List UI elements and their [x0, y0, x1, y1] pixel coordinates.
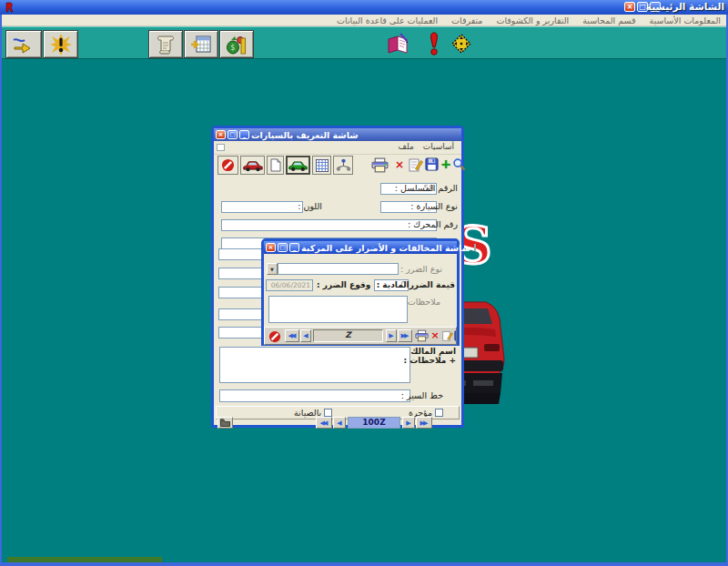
org-tree-icon	[336, 158, 351, 172]
minimize-icon[interactable]: _	[289, 243, 299, 252]
page-icon	[270, 158, 281, 172]
maximize-icon[interactable]: □	[228, 130, 238, 139]
menu-accounting[interactable]: قسم المحاسبة	[582, 15, 635, 25]
nav-last-button[interactable]: ▶▶	[416, 417, 432, 429]
table-arrow-icon	[190, 35, 212, 55]
nav-prev-button[interactable]: ◀	[333, 417, 346, 429]
report-button[interactable]	[148, 30, 183, 58]
no-entry-icon	[221, 158, 235, 172]
edit-button[interactable]	[441, 329, 453, 341]
nav-first-button[interactable]: ◀◀	[285, 329, 299, 342]
damage-window-title: شاشة المخالفات و الأضرار على المركبة	[301, 243, 470, 253]
data-grid-icon	[316, 159, 329, 172]
cars-window-title: شاشة التعريف بالسيارات	[251, 130, 359, 140]
move-diamond-icon	[450, 33, 472, 55]
warning-button[interactable]	[428, 31, 440, 56]
damage-window-titlebar: × □ _ شاشة المخالفات و الأضرار على المرك…	[264, 241, 457, 254]
save-button[interactable]	[424, 157, 439, 171]
main-menubar: المعلومات الأساسية قسم المحاسبة التقارير…	[0, 15, 728, 26]
rented-checkbox[interactable]	[435, 409, 443, 417]
search-button[interactable]	[451, 157, 466, 171]
scroll-icon	[155, 35, 177, 55]
owner-notes-field[interactable]	[219, 347, 410, 383]
delete-button[interactable]: ×	[392, 157, 407, 172]
route-label: خط السير :	[401, 390, 443, 400]
owner-label-line1: اسم المالك	[410, 347, 456, 356]
minimize-icon[interactable]: _	[239, 130, 249, 139]
nav-next-button[interactable]: ▶	[402, 417, 415, 429]
window-icon	[217, 144, 225, 151]
money-chart-icon: $	[226, 35, 248, 55]
damage-cost-label: قيمة الضررالمادية :	[377, 280, 455, 289]
window-border-bottom	[0, 562, 728, 566]
menu-file[interactable]: ملف	[399, 142, 414, 151]
engine-number-label: رقم المحرك :	[408, 219, 458, 229]
add-button[interactable]: +	[440, 157, 452, 171]
cars-menubar: أساسيات ملف	[214, 141, 461, 155]
main-window-title: الشاشة الرئيسية	[646, 1, 724, 12]
record-position-box: Z	[313, 329, 383, 342]
log-button[interactable]	[386, 32, 411, 56]
route-field[interactable]	[219, 389, 410, 402]
delete-button[interactable]: ×	[430, 330, 440, 341]
search-icon	[452, 157, 466, 171]
damage-date-field[interactable]: 06/06/2021	[266, 279, 313, 291]
exclamation-icon	[50, 34, 72, 56]
finance-button[interactable]: $	[219, 30, 254, 58]
damage-type-label: نوع الضرر :	[400, 264, 442, 274]
damage-window: × □ _ شاشة المخالفات و الأضرار على المرك…	[261, 238, 460, 346]
app-icon	[5, 2, 14, 13]
alert-button[interactable]	[43, 30, 78, 58]
svg-text:$: $	[230, 44, 235, 52]
menu-misc[interactable]: متفرقات	[451, 15, 482, 25]
nav-first-button[interactable]: ◀◀	[316, 417, 332, 429]
exit-button[interactable]	[5, 30, 42, 58]
serial-number-label: الرقم المسلسل :	[395, 183, 458, 193]
cancel-button[interactable]	[217, 156, 238, 175]
red-exclamation-icon	[429, 32, 440, 56]
move-button[interactable]	[450, 33, 472, 55]
notes-field[interactable]	[268, 296, 408, 323]
damage-type-dropdown-button[interactable]: ▼	[267, 263, 278, 275]
table-button[interactable]	[184, 30, 218, 58]
exit-arrow-icon	[12, 35, 35, 54]
cars-window-titlebar: × □ _ شاشة التعريف بالسيارات	[214, 128, 461, 141]
menu-database-ops[interactable]: العمليات على قاعدة البيانات	[337, 15, 438, 25]
window-border-left	[0, 15, 2, 566]
color-field[interactable]	[221, 201, 303, 213]
print-button[interactable]	[414, 328, 429, 343]
close-icon[interactable]: ×	[266, 243, 276, 252]
damage-type-field[interactable]	[278, 263, 399, 275]
printer-icon	[371, 157, 389, 173]
menu-basic-info[interactable]: المعلومات الأساسية	[650, 15, 721, 25]
edit-pencil-icon	[442, 330, 453, 341]
edit-pencil-icon	[409, 157, 423, 172]
browse-button[interactable]	[217, 417, 233, 429]
hierarchy-button[interactable]	[333, 156, 353, 175]
window-icon	[474, 244, 476, 251]
print-button[interactable]	[370, 157, 389, 174]
cancel-button[interactable]	[268, 329, 281, 343]
nav-prev-button[interactable]: ◀	[300, 329, 311, 342]
close-icon[interactable]: ×	[216, 130, 226, 139]
save-floppy-icon	[454, 330, 458, 341]
close-icon[interactable]: ×	[624, 2, 635, 12]
edit-button[interactable]	[408, 157, 423, 172]
car-red-button[interactable]	[240, 156, 265, 175]
new-record-button[interactable]	[267, 156, 284, 175]
car-green-button[interactable]	[286, 156, 310, 175]
save-floppy-icon	[425, 157, 439, 171]
menu-reports[interactable]: التقارير و الكشوفات	[496, 15, 569, 25]
menu-basics[interactable]: أساسيات	[423, 142, 454, 151]
nav-last-button[interactable]: ▶▶	[398, 329, 412, 342]
car-type-label: نوع السيارة :	[410, 201, 458, 211]
grid-view-button[interactable]	[312, 156, 331, 175]
maximize-icon[interactable]: □	[278, 243, 288, 252]
maintenance-checkbox[interactable]	[324, 409, 332, 417]
nav-next-button[interactable]: ▶	[386, 329, 397, 342]
printer-icon	[415, 329, 429, 342]
engine-number-field[interactable]	[221, 219, 437, 231]
save-button[interactable]	[453, 329, 457, 341]
main-toolbar: $	[0, 26, 728, 59]
owner-label-line2: + ملاحظات :	[404, 356, 457, 365]
